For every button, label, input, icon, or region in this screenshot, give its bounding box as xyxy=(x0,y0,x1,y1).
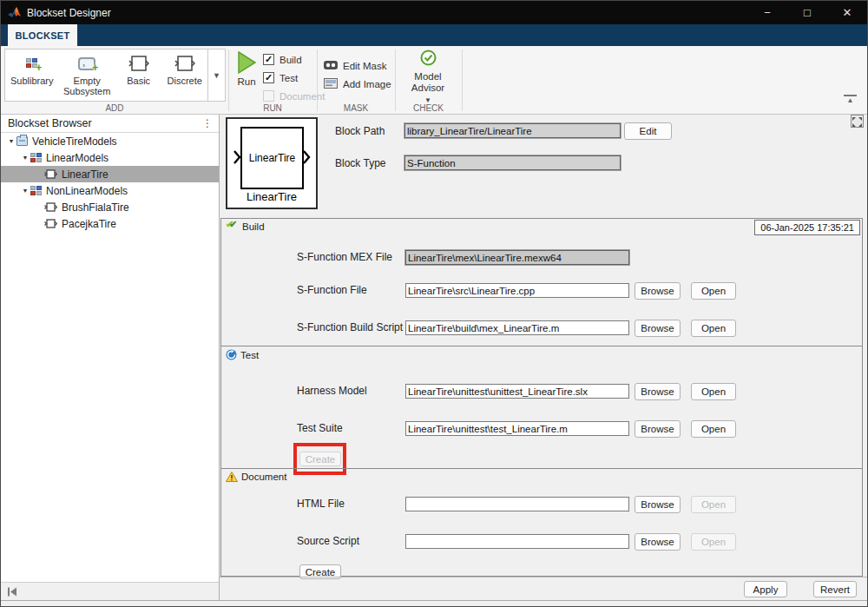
harness-model-open-button[interactable]: Open xyxy=(691,383,736,400)
block-preview-caption: LinearTire xyxy=(227,190,316,203)
tree-item-label: VehicleTireModels xyxy=(32,135,117,148)
test-checkbox-label: Test xyxy=(279,73,298,83)
test-checkbox-row[interactable]: ✓ Test xyxy=(263,69,325,87)
document-section-header: Document xyxy=(226,472,286,482)
ribbon-toolbar: + Sublibrary › + Empty Subsystem xyxy=(1,46,867,115)
mex-file-label: S-Function MEX File xyxy=(297,251,392,263)
minimize-button[interactable]: − xyxy=(747,1,787,24)
source-script-label: Source Script xyxy=(297,535,359,547)
document-checkbox-label: Document xyxy=(279,91,325,102)
browser-title: Blockset Browser xyxy=(8,117,92,129)
expander-icon[interactable]: ▼ xyxy=(20,155,30,161)
build-checkbox-row[interactable]: ✓ Build xyxy=(263,50,325,69)
source-script-field[interactable] xyxy=(405,534,629,549)
test-checkbox[interactable]: ✓ xyxy=(263,72,274,83)
tree-item-nonlinearmodels[interactable]: ▼ NonLinearModels xyxy=(1,182,219,199)
html-file-browse-button[interactable]: Browse xyxy=(635,496,681,513)
tab-blockset[interactable]: BLOCKSET xyxy=(8,24,77,46)
browser-status-strip xyxy=(1,582,219,600)
tree-item-vehicletiremodels[interactable]: ▼ VehicleTireModels xyxy=(1,133,219,149)
browser-menu-icon[interactable]: ⋮ xyxy=(201,119,214,128)
run-button-label: Run xyxy=(232,76,261,87)
ribbon-separator xyxy=(462,49,463,111)
block-path-field[interactable] xyxy=(404,123,621,138)
tree-item-label: PacejkaTire xyxy=(62,218,116,230)
block-path-label: Block Path xyxy=(335,125,385,137)
build-script-browse-button[interactable]: Browse xyxy=(635,320,681,337)
block-preview-text: LinearTire xyxy=(249,152,296,164)
empty-subsystem-icon: › + xyxy=(78,54,95,73)
edit-mask-button[interactable]: Edit Mask xyxy=(324,56,391,75)
sublibrary-icon xyxy=(30,153,42,163)
add-gallery: + Sublibrary › + Empty Subsystem xyxy=(4,49,208,102)
block-preview-body: LinearTire xyxy=(240,127,304,189)
source-script-open-button: Open xyxy=(691,533,736,551)
document-section: Document HTML File Browse Open Source Sc… xyxy=(221,468,862,576)
test-suite-browse-button[interactable]: Browse xyxy=(635,420,681,438)
sublibrary-icon xyxy=(30,186,42,196)
collapse-panel-icon[interactable] xyxy=(7,587,17,597)
add-empty-subsystem-button[interactable]: › + Empty Subsystem xyxy=(58,49,115,101)
build-timestamp: 06-Jan-2025 17:35:21 xyxy=(754,220,860,235)
expander-icon[interactable]: ▼ xyxy=(6,138,16,144)
html-file-field[interactable] xyxy=(405,497,629,511)
tree-item-lineartire[interactable]: LinearTire xyxy=(1,166,219,182)
harness-model-field[interactable] xyxy=(405,384,629,399)
sections-container: ✔ ✔ Build 06-Jan-2025 17:35:21 S-Functio… xyxy=(220,218,863,577)
add-empty-subsystem-label: Empty Subsystem xyxy=(58,76,115,96)
build-script-field[interactable] xyxy=(405,320,629,335)
group-label-run: RUN xyxy=(228,103,317,113)
mask-group: Edit Mask Add Image xyxy=(324,56,391,93)
sfunction-file-open-button[interactable]: Open xyxy=(691,282,736,300)
tree-item-pacejkatire[interactable]: PacejkaTire xyxy=(1,215,219,232)
html-file-open-button: Open xyxy=(691,496,736,513)
expander-icon[interactable]: ▼ xyxy=(20,188,30,194)
add-basic-label: Basic xyxy=(127,76,150,86)
warning-icon xyxy=(226,472,238,482)
ribbon-separator xyxy=(228,49,229,111)
tree-item-brushfialatire[interactable]: BrushFialaTire xyxy=(1,199,219,215)
maximize-button[interactable]: □ xyxy=(787,1,827,24)
browser-header: Blockset Browser ⋮ xyxy=(1,115,219,133)
window-controls: − □ ✕ xyxy=(747,1,867,24)
revert-button[interactable]: Revert xyxy=(813,581,857,597)
run-play-icon xyxy=(236,50,257,75)
collapse-ribbon-icon[interactable]: ▲ xyxy=(844,95,857,105)
ribbon-tabstrip: BLOCKSET xyxy=(1,24,867,46)
test-suite-open-button[interactable]: Open xyxy=(691,420,736,438)
tree-item-label: BrushFialaTire xyxy=(62,201,129,214)
build-section: ✔ ✔ Build 06-Jan-2025 17:35:21 S-Functio… xyxy=(221,219,862,346)
model-advisor-label: Model Advisor xyxy=(404,71,451,94)
close-button[interactable]: ✕ xyxy=(827,1,867,24)
add-discrete-label: Discrete xyxy=(168,76,202,86)
window-title: Blockset Designer xyxy=(27,7,111,19)
apply-button[interactable]: Apply xyxy=(744,581,787,597)
sublibrary-icon: + xyxy=(26,54,37,73)
test-status-icon xyxy=(226,349,237,360)
edit-block-path-button[interactable]: Edit xyxy=(624,122,672,140)
window-bottom-edge xyxy=(1,600,867,606)
model-advisor-icon xyxy=(420,49,437,66)
block-icon xyxy=(44,219,57,228)
add-image-button[interactable]: Add Image xyxy=(324,75,391,93)
build-checkbox[interactable]: ✓ xyxy=(263,54,274,65)
harness-model-browse-button[interactable]: Browse xyxy=(635,383,681,400)
matlab-logo-icon xyxy=(8,7,21,19)
sfunction-file-field[interactable] xyxy=(405,283,629,298)
add-discrete-button[interactable]: Discrete xyxy=(161,49,207,101)
sfunction-file-browse-button[interactable]: Browse xyxy=(635,282,681,300)
source-script-browse-button[interactable]: Browse xyxy=(635,533,681,551)
expand-panel-icon[interactable] xyxy=(851,115,864,128)
mex-file-field[interactable] xyxy=(405,250,629,265)
model-advisor-button[interactable]: Model Advisor ▼ xyxy=(395,49,461,106)
add-sublibrary-button[interactable]: + Sublibrary xyxy=(5,49,58,101)
html-file-label: HTML File xyxy=(297,498,345,510)
block-type-field[interactable] xyxy=(404,155,621,170)
test-suite-field[interactable] xyxy=(405,421,629,436)
tree-item-linearmodels[interactable]: ▼ LinearModels xyxy=(1,149,219,166)
build-script-open-button[interactable]: Open xyxy=(691,320,736,337)
add-gallery-dropdown[interactable]: ▼ xyxy=(208,49,226,102)
add-basic-button[interactable]: Basic xyxy=(115,49,162,101)
run-button[interactable]: Run xyxy=(232,50,261,87)
discrete-block-icon xyxy=(174,54,195,73)
